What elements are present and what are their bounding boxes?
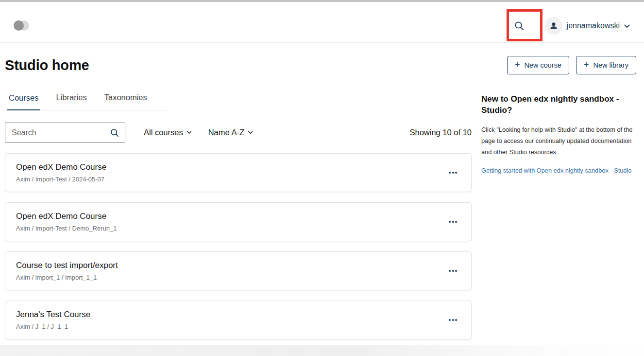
main: Studio home + New course + New library C… [0, 43, 644, 350]
sort-order-label: Name A-Z [208, 128, 244, 137]
course-title[interactable]: Open edX Demo Course [16, 162, 106, 172]
tab-libraries[interactable]: Libraries [54, 93, 88, 110]
course-org-path: Axim / J_1 / J_1_1 [16, 323, 90, 330]
header: jennamakowski [0, 2, 644, 43]
search-icon [514, 20, 525, 31]
ellipsis-icon [449, 270, 457, 272]
search-submit-button[interactable] [104, 123, 125, 142]
search-box [5, 123, 125, 142]
new-course-button[interactable]: + New course [507, 56, 569, 74]
sidebar-body: Click "Looking for help with Studio" at … [481, 124, 636, 158]
course-org-path: Axim / import_1 / import_1_1 [16, 274, 118, 281]
plus-icon: + [584, 60, 589, 69]
course-list: Open edX Demo Course Axim / Import-Test … [5, 153, 472, 339]
help-sidebar: New to Open edx nightly sandbox - Studio… [481, 93, 636, 350]
user-menu-button[interactable]: jennamakowski [545, 17, 630, 35]
course-text: Course to test import/export Axim / impo… [16, 261, 118, 281]
course-actions-menu-button[interactable] [448, 169, 458, 177]
course-title[interactable]: Course to test import/export [16, 261, 118, 270]
user-icon [549, 21, 559, 31]
chevron-down-icon [248, 131, 253, 134]
page-title: Studio home [5, 57, 89, 73]
ellipsis-icon [449, 172, 457, 174]
course-actions-menu-button[interactable] [448, 316, 458, 324]
course-text: Jenna's Test Course Axim / J_1 / J_1_1 [16, 310, 90, 330]
course-card: Open edX Demo Course Axim / Import-Test … [5, 153, 472, 192]
new-library-button[interactable]: + New library [576, 56, 636, 74]
filter-row: All courses Name A-Z Showing [5, 123, 472, 142]
tab-taxonomies[interactable]: Taxonomies [102, 93, 149, 110]
search-icon [110, 128, 119, 138]
help-link[interactable]: Getting started with Open edx nightly sa… [481, 165, 631, 177]
logo-circle-dark [14, 20, 24, 31]
header-right: jennamakowski [513, 17, 630, 35]
avatar [545, 17, 562, 35]
courses-column: Courses Libraries Taxonomies [5, 93, 472, 350]
content: Courses Libraries Taxonomies [5, 93, 636, 350]
search-input[interactable] [5, 128, 104, 137]
new-course-label: New course [524, 61, 561, 69]
tab-bar: Courses Libraries Taxonomies [5, 93, 167, 110]
course-actions-menu-button[interactable] [448, 267, 458, 275]
chevron-down-icon [186, 131, 192, 134]
logo-icon [14, 20, 29, 31]
course-title[interactable]: Open edX Demo Course [16, 212, 117, 221]
course-org-path: Axim / Import-Test / Demo_Rerun_1 [16, 225, 117, 232]
sidebar-heading: New to Open edx nightly sandbox - Studio… [481, 94, 636, 116]
chevron-down-icon [624, 24, 630, 28]
course-card: Jenna's Test Course Axim / J_1 / J_1_1 [5, 301, 472, 339]
course-card: Course to test import/export Axim / impo… [5, 251, 472, 290]
course-text: Open edX Demo Course Axim / Import-Test … [16, 212, 117, 232]
head-actions: + New course + New library [507, 56, 636, 74]
results-count: Showing 10 of 10 [409, 128, 472, 137]
footer-strip [0, 345, 644, 356]
ellipsis-icon [449, 221, 457, 223]
page-head: Studio home + New course + New library [5, 56, 636, 74]
course-type-filter-dropdown[interactable]: All courses [144, 128, 192, 137]
course-actions-menu-button[interactable] [448, 218, 458, 226]
username: jennamakowski [567, 21, 620, 30]
plus-icon: + [515, 60, 520, 69]
course-card: Open edX Demo Course Axim / Import-Test … [5, 202, 472, 241]
tab-courses[interactable]: Courses [7, 93, 40, 110]
course-type-filter-label: All courses [144, 128, 183, 137]
ellipsis-icon [449, 319, 457, 321]
course-title[interactable]: Jenna's Test Course [16, 310, 90, 320]
course-text: Open edX Demo Course Axim / Import-Test … [16, 162, 106, 183]
search-button[interactable] [513, 19, 525, 32]
course-org-path: Axim / Import-Test / 2024-05-07 [16, 176, 106, 183]
sort-order-dropdown[interactable]: Name A-Z [208, 128, 253, 137]
new-library-label: New library [593, 61, 628, 69]
